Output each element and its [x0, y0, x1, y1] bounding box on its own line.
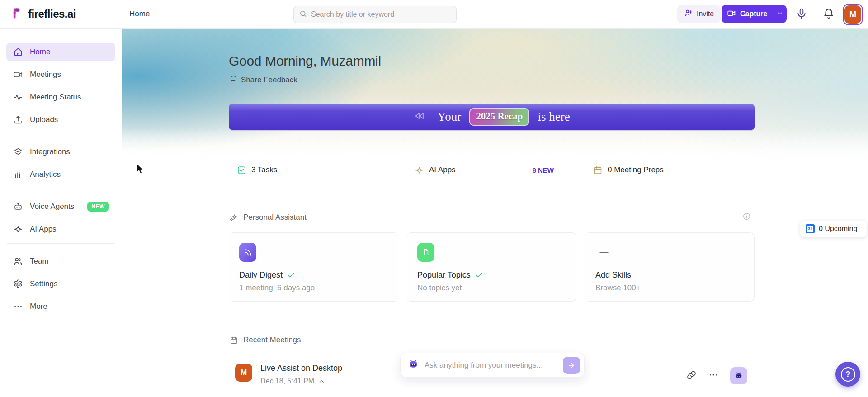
meeting-date-row[interactable]: Dec 18, 5:41 PM — [260, 377, 342, 385]
card-subtitle: No topics yet — [417, 284, 566, 293]
ai-apps-stat-label: AI Apps — [429, 165, 456, 175]
dots-icon — [13, 302, 23, 312]
card-subtitle: Browse 100+ — [595, 284, 744, 293]
robot-icon — [734, 371, 744, 381]
banner-text-prefix: Your — [437, 110, 461, 124]
brand-name: fireflies.ai — [28, 8, 76, 20]
topbar: fireflies.ai Home Invite Capture — [0, 0, 868, 29]
notifications-button[interactable] — [823, 7, 835, 21]
speech-bubble-icon — [230, 75, 237, 85]
card-title: Add Skills — [595, 270, 631, 280]
tasks-stat[interactable]: 3 Tasks — [229, 157, 404, 183]
capture-label: Capture — [740, 10, 767, 18]
sidebar-item-label: Integrations — [30, 147, 70, 156]
sidebar-item-label: Analytics — [30, 170, 61, 179]
camera-icon — [727, 9, 736, 19]
sidebar-item-label: Meeting Status — [30, 93, 81, 102]
invite-button[interactable]: Invite — [677, 5, 721, 23]
help-button[interactable]: ? — [835, 362, 860, 387]
layers-icon — [13, 147, 23, 157]
upcoming-widget[interactable]: 31 0 Upcoming — [800, 221, 867, 237]
sidebar-item-label: Home — [30, 47, 50, 57]
check-icon — [287, 271, 295, 279]
meeting-preps-stat[interactable]: 0 Meeting Preps — [579, 157, 754, 183]
person-plus-icon — [684, 9, 693, 19]
fireflies-logo[interactable]: fireflies.ai — [11, 7, 76, 21]
check-icon — [475, 271, 483, 279]
sidebar-item-voice-agents[interactable]: Voice Agents NEW — [6, 197, 115, 216]
assistant-cards: Daily Digest 1 meeting, 6 days ago Popul… — [229, 232, 755, 302]
recap-badge: 2025 Recap — [469, 108, 529, 126]
recap-banner[interactable]: Your 2025 Recap is here — [229, 104, 755, 130]
sidebar-item-label: Team — [30, 257, 49, 266]
breadcrumb: Home — [129, 9, 150, 19]
sparkle-icon — [13, 224, 23, 234]
main-content: Good Morning, Muzammil Share Feedback Yo… — [122, 29, 868, 397]
sidebar-item-label: Settings — [30, 279, 57, 288]
sidebar-item-more[interactable]: More — [6, 297, 115, 316]
ai-apps-new-badge: 8 NEW — [532, 166, 554, 174]
send-button[interactable] — [563, 357, 580, 374]
assistant-robot-icon — [407, 358, 420, 372]
google-calendar-day: 31 — [807, 226, 813, 232]
sidebar-item-uploads[interactable]: Uploads — [6, 110, 115, 129]
sidebar: Home Meetings Meeting Status Uploads Int… — [0, 29, 122, 397]
meeting-row[interactable]: M Live Assist on Desktop Dec 18, 5:41 PM — [235, 364, 342, 385]
microphone-icon — [796, 15, 807, 22]
capture-button[interactable]: Capture — [722, 5, 787, 23]
meeting-actions — [686, 367, 747, 384]
personal-assistant-title: Personal Assistant — [243, 213, 307, 222]
ask-bar[interactable] — [400, 353, 585, 378]
fireflies-app: fireflies.ai Home Invite Capture — [0, 0, 868, 397]
stats-row: 3 Tasks AI Apps 8 NEW 0 Meeting Preps — [229, 157, 755, 183]
ask-input[interactable] — [425, 361, 558, 370]
more-options-icon[interactable] — [708, 370, 718, 382]
chevron-down-icon[interactable] — [777, 10, 783, 18]
sidebar-item-integrations[interactable]: Integrations — [6, 142, 115, 161]
link-icon[interactable] — [686, 370, 697, 382]
meeting-avatar: M — [235, 364, 252, 382]
document-icon — [417, 243, 434, 262]
ai-apps-stat[interactable]: AI Apps 8 NEW — [404, 157, 579, 183]
sidebar-item-settings[interactable]: Settings — [6, 274, 115, 293]
add-skills-card[interactable]: Add Skills Browse 100+ — [585, 232, 755, 302]
upcoming-label: 0 Upcoming — [819, 225, 857, 233]
sidebar-item-label: Meetings — [30, 70, 61, 79]
share-feedback-button[interactable]: Share Feedback — [230, 75, 297, 85]
sidebar-item-team[interactable]: Team — [6, 252, 115, 271]
info-icon[interactable] — [742, 212, 751, 223]
sidebar-item-home[interactable]: Home — [6, 43, 115, 61]
home-icon — [13, 47, 23, 57]
sidebar-item-label: AI Apps — [30, 225, 57, 234]
sidebar-item-ai-apps[interactable]: AI Apps — [6, 220, 115, 239]
meeting-info: Live Assist on Desktop Dec 18, 5:41 PM — [260, 364, 342, 385]
recent-meetings-header: Recent Meetings — [230, 336, 301, 345]
banner-text-suffix: is here — [538, 110, 570, 124]
search-bar[interactable] — [293, 6, 457, 23]
search-input[interactable] — [311, 10, 451, 19]
share-feedback-label: Share Feedback — [241, 76, 297, 85]
sidebar-item-label: Voice Agents — [30, 202, 74, 211]
microphone-button[interactable] — [796, 7, 807, 22]
recent-meetings-title: Recent Meetings — [243, 336, 301, 345]
sidebar-item-analytics[interactable]: Analytics — [6, 165, 115, 184]
popular-topics-card[interactable]: Popular Topics No topics yet — [407, 232, 576, 302]
meeting-bot-button[interactable] — [730, 367, 747, 384]
sidebar-item-label: Uploads — [30, 115, 58, 124]
meeting-preps-stat-label: 0 Meeting Preps — [608, 165, 664, 175]
checkbox-icon — [237, 165, 246, 175]
plus-icon — [595, 243, 613, 262]
sidebar-item-meetings[interactable]: Meetings — [6, 65, 115, 84]
sidebar-divider — [7, 189, 114, 189]
sidebar-divider — [7, 134, 114, 134]
question-mark-icon: ? — [841, 367, 855, 382]
bar-chart-icon — [13, 170, 23, 180]
sidebar-item-meeting-status[interactable]: Meeting Status — [6, 88, 115, 107]
user-avatar[interactable]: M — [844, 5, 861, 24]
gold-sparkle-icon — [415, 165, 424, 175]
daily-digest-card[interactable]: Daily Digest 1 meeting, 6 days ago — [229, 232, 398, 302]
assistant-sparkle-icon — [230, 213, 238, 222]
arrow-right-icon — [567, 361, 576, 369]
invite-label: Invite — [697, 10, 714, 18]
robot-icon — [13, 202, 23, 212]
